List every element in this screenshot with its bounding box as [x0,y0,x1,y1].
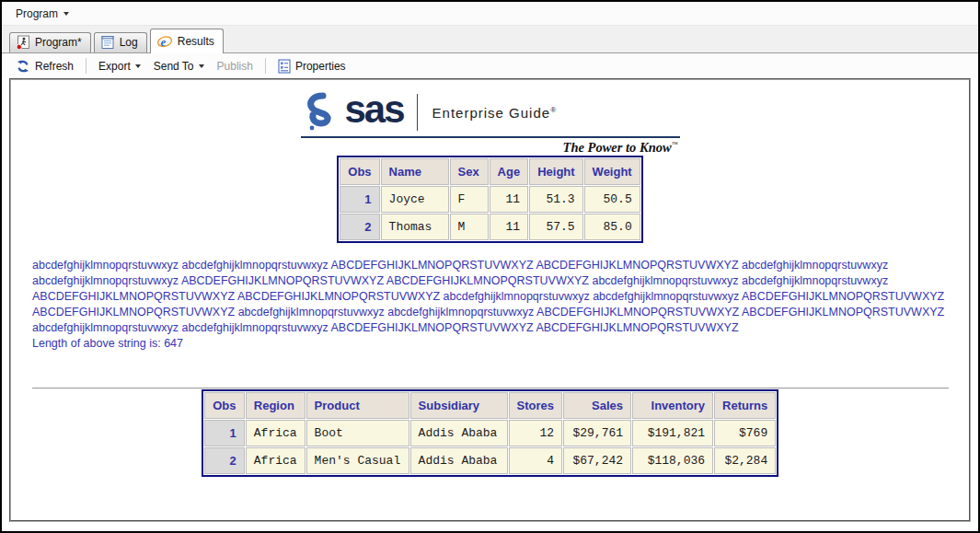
data-cell: Boot [306,420,409,446]
data-cell: Thomas [381,214,449,240]
col-header-inventory: Inventory [632,392,713,419]
data-cell: 51.3 [529,186,582,213]
results-toolbar: Refresh Export Send To Publish Propertie… [2,53,978,78]
program-icon [16,35,30,50]
output-line: abcdefghijklmnopqrstuvwxyz abcdefghijklm… [32,258,949,273]
obs-cell: 1 [204,420,245,446]
table-header-row: Obs Region Product Subsidiary Stores Sal… [204,392,776,419]
col-header-height: Height [529,158,582,185]
tab-bar: Program* Log e Results [2,26,978,53]
output-line: abcdefghijklmnopqrstuvwxyz abcdefghijklm… [32,320,949,336]
shoes-table: Obs Region Product Subsidiary Stores Sal… [202,389,778,477]
data-cell: Africa [246,447,306,474]
chevron-down-icon [63,12,69,16]
program-menu-label: Program [16,7,58,20]
refresh-button[interactable]: Refresh [11,56,78,76]
obs-cell: 1 [340,186,379,213]
tab-log-label: Log [120,36,138,49]
tab-program[interactable]: Program* [9,32,91,52]
refresh-label: Refresh [35,60,74,73]
table-header-row: Obs Name Sex Age Height Weight [340,158,640,185]
data-cell: F [450,186,489,213]
toolbar-separator [86,58,86,74]
data-cell: 12 [509,420,562,446]
publish-label: Publish [217,60,253,73]
col-header-returns: Returns [714,392,776,419]
col-header-stores: Stores [509,392,562,419]
col-header-product: Product [306,392,409,419]
data-cell: Addis Ababa [410,420,508,446]
sas-logo-row: sas Enterprise Guide® [301,90,680,134]
trademark-mark: ™ [672,141,678,148]
col-header-weight: Weight [584,158,640,185]
col-header-obs: Obs [204,392,245,419]
send-to-button[interactable]: Send To [149,57,209,75]
content-wrapper: sas Enterprise Guide® The Power to Know™… [9,78,971,522]
toolbar-separator [265,58,266,74]
product-name-text: Enterprise Guide [432,105,551,121]
data-cell: 57.5 [529,214,582,240]
data-cell: $118,036 [632,447,713,474]
sas-tagline: The Power to Know™ [301,140,680,156]
tab-log[interactable]: Log [94,32,147,52]
col-header-sex: Sex [450,158,489,185]
col-header-obs: Obs [340,158,379,185]
data-cell: Men's Casual [306,447,409,474]
results-view[interactable]: sas Enterprise Guide® The Power to Know™… [9,78,971,522]
send-to-label: Send To [154,60,194,73]
table-row: 2 Africa Men's Casual Addis Ababa 4 $67,… [204,447,776,474]
chevron-down-icon [199,64,204,68]
tab-results[interactable]: e Results [150,29,224,53]
col-header-region: Region [246,392,306,419]
obs-cell: 2 [204,447,245,474]
registered-mark: ® [550,106,557,114]
class-table: Obs Name Sex Age Height Weight 1 Joyce F… [337,156,642,243]
properties-button[interactable]: Properties [273,56,351,76]
svg-text:e: e [160,35,166,49]
output-line: ABCDEFGHIJKLMNOPQRSTUVWXYZ abcdefghijklm… [32,305,949,320]
data-cell: Addis Ababa [410,447,508,474]
data-cell: 11 [490,186,529,213]
properties-label: Properties [295,60,346,73]
table-row: 1 Africa Boot Addis Ababa 12 $29,761 $19… [204,420,776,446]
publish-button: Publish [213,57,258,75]
sas-logo-icon [301,90,345,134]
string-length-note: Length of above string is: 647 [32,336,949,352]
program-menu[interactable]: Program [10,5,75,23]
table-row: 2 Thomas M 11 57.5 85.0 [340,214,640,240]
output-text: abcdefghijklmnopqrstuvwxyz abcdefghijklm… [32,258,949,352]
col-header-name: Name [381,158,449,185]
data-cell: Joyce [381,186,449,213]
tab-program-label: Program* [35,36,82,49]
export-button[interactable]: Export [94,57,145,75]
col-header-subsidiary: Subsidiary [410,392,508,419]
data-cell: $191,821 [632,420,713,446]
data-cell: 85.0 [584,214,640,240]
data-cell: 4 [509,447,562,474]
results-icon: e [156,34,173,49]
output-line: ABCDEFGHIJKLMNOPQRSTUVWXYZ ABCDEFGHIJKLM… [32,289,949,305]
log-icon [100,35,115,50]
data-cell: M [450,214,489,240]
sas-wordmark: sas [345,90,404,134]
output-line: abcdefghijklmnopqrstuvwxyz ABCDEFGHIJKLM… [32,273,949,289]
sas-banner: sas Enterprise Guide® The Power to Know™ [301,90,680,156]
obs-cell: 2 [340,214,379,240]
product-name: Enterprise Guide® [432,105,557,121]
data-cell: $67,242 [563,447,631,474]
refresh-icon [16,59,30,74]
export-label: Export [98,60,131,73]
banner-underline [301,136,680,138]
menu-bar: Program [2,2,978,26]
data-cell: Africa [246,420,306,446]
col-header-age: Age [490,158,529,185]
tab-results-label: Results [178,35,214,48]
table-row: 1 Joyce F 11 51.3 50.5 [340,186,640,213]
data-cell: 11 [490,214,529,240]
data-cell: 50.5 [584,186,640,213]
data-cell: $2,284 [714,447,776,474]
tagline-text: The Power to Know [563,140,672,155]
properties-icon [278,59,291,74]
chevron-down-icon [135,64,141,68]
logo-divider [417,94,418,131]
